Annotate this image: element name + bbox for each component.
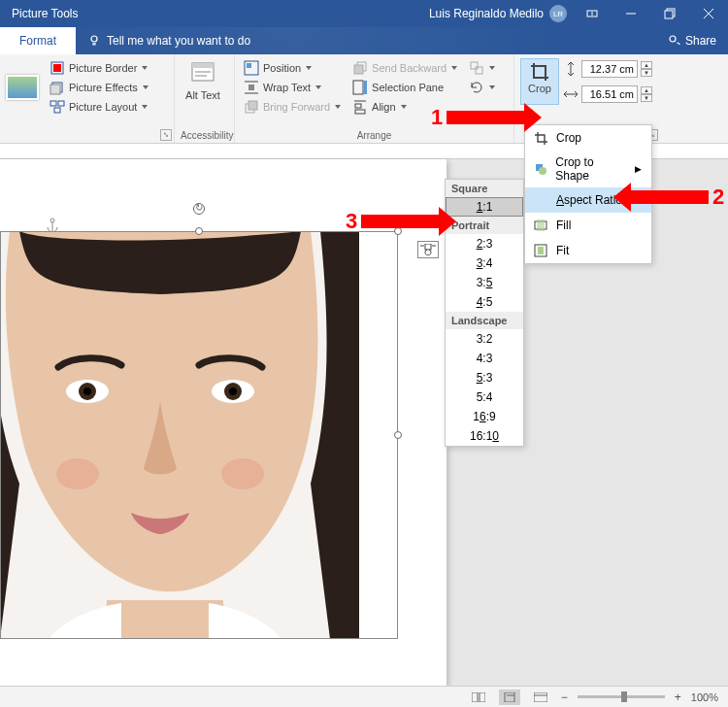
alt-text-button[interactable]: Alt Text [181, 58, 225, 101]
avatar[interactable]: LR [549, 5, 567, 22]
picture-border-label: Picture Border [69, 62, 137, 74]
svg-point-54 [229, 387, 237, 395]
bring-forward-icon [244, 99, 259, 115]
svg-rect-34 [476, 67, 482, 74]
minimize-button[interactable] [612, 0, 650, 27]
svg-point-38 [539, 167, 546, 175]
crop-split-button[interactable]: Crop [520, 58, 559, 105]
aspect-5-4[interactable]: 5:4 [446, 387, 523, 407]
aspect-1-1[interactable]: 1:1 [446, 197, 523, 217]
crop-menu-fill[interactable]: Fill [525, 213, 651, 238]
aspect-4-3[interactable]: 4:3 [446, 349, 523, 368]
svg-rect-42 [538, 247, 544, 254]
height-spinner[interactable]: ▲▼ [641, 61, 652, 77]
group-button [466, 58, 498, 78]
crop-menu-aspect-label: Aspect Ratio [556, 193, 622, 207]
web-layout-button[interactable] [530, 690, 551, 705]
tell-me-search[interactable]: Tell me what you want to do [76, 27, 262, 54]
zoom-out-button[interactable]: − [561, 690, 568, 704]
height-field[interactable]: ▲▼ [563, 58, 652, 80]
svg-rect-29 [364, 81, 367, 94]
share-button[interactable]: Share [656, 27, 728, 54]
svg-rect-12 [50, 101, 56, 106]
width-spinner[interactable]: ▲▼ [641, 86, 652, 102]
crop-menu-fill-label: Fill [556, 219, 571, 232]
aspect-5-3[interactable]: 5:3 [446, 368, 523, 387]
picture-styles-launcher[interactable]: ⤡ [160, 129, 172, 141]
picture-style-thumb[interactable] [6, 75, 39, 100]
group-arrange-label: Arrange [241, 128, 508, 143]
submenu-arrow-icon: ▶ [635, 164, 642, 174]
wrap-text-label: Wrap Text [263, 82, 311, 93]
crop-menu-shape[interactable]: Crop to Shape▶ [525, 151, 651, 187]
annotation-1: 1 [431, 105, 524, 130]
svg-point-43 [50, 219, 54, 222]
width-icon [563, 86, 579, 102]
selected-image[interactable] [0, 231, 359, 639]
crop-label: Crop [528, 83, 551, 94]
aspect-2-3[interactable]: 2:3 [446, 234, 523, 253]
layout-options-button[interactable] [417, 241, 439, 258]
aspect-portrait-header: Portrait [446, 217, 523, 234]
alt-text-label: Alt Text [185, 89, 220, 101]
width-field[interactable]: ▲▼ [563, 84, 652, 105]
svg-rect-57 [472, 692, 478, 702]
tab-format[interactable]: Format [0, 27, 76, 54]
aspect-3-5[interactable]: 3:5 [446, 273, 523, 292]
svg-point-7 [670, 36, 676, 42]
lightbulb-icon [87, 34, 101, 48]
zoom-in-button[interactable]: + [675, 690, 681, 704]
layout-icon [50, 99, 65, 115]
svg-rect-33 [471, 62, 478, 69]
selection-pane-button[interactable]: Selection Pane [349, 78, 460, 97]
print-layout-button[interactable] [499, 690, 520, 705]
aspect-16-10[interactable]: 16:10 [446, 426, 523, 446]
picture-layout-button[interactable]: Picture Layout [47, 97, 151, 117]
rotate-button[interactable] [466, 78, 498, 97]
svg-rect-32 [355, 110, 365, 114]
svg-point-56 [221, 458, 264, 489]
picture-effects-label: Picture Effects [69, 82, 138, 93]
aspect-3-2[interactable]: 3:2 [446, 329, 523, 349]
status-bar: − + 100% [0, 686, 728, 707]
zoom-level[interactable]: 100% [691, 691, 718, 703]
svg-rect-11 [50, 84, 60, 94]
picture-tools-label: Picture Tools [0, 0, 89, 27]
position-button[interactable]: Position [241, 58, 344, 78]
picture-border-button[interactable]: Picture Border [47, 58, 151, 78]
aspect-landscape-header: Landscape [446, 312, 523, 329]
svg-rect-25 [248, 101, 257, 110]
crop-menu-fit-label: Fit [556, 244, 569, 257]
zoom-slider[interactable] [578, 695, 665, 698]
wrap-text-button[interactable]: Wrap Text [241, 78, 344, 97]
ribbon-display-button[interactable] [573, 0, 612, 27]
height-input[interactable] [581, 60, 638, 78]
send-backward-label: Send Backward [372, 62, 447, 74]
crop-menu-crop[interactable]: Crop [525, 125, 651, 151]
send-backward-icon [352, 60, 368, 76]
aspect-16-9[interactable]: 16:9 [446, 407, 523, 426]
shape-icon [533, 161, 547, 177]
arrow-right-icon [447, 111, 524, 124]
read-mode-button[interactable] [468, 690, 489, 705]
aspect-square-header: Square [446, 180, 523, 197]
svg-rect-0 [587, 11, 597, 17]
crop-menu-fit[interactable]: Fit [525, 238, 651, 263]
svg-rect-61 [534, 692, 547, 702]
svg-rect-21 [248, 84, 254, 90]
tell-me-label: Tell me what you want to do [107, 34, 250, 48]
svg-point-55 [56, 458, 99, 489]
svg-rect-58 [480, 692, 485, 702]
restore-button[interactable] [650, 0, 689, 27]
aspect-4-5[interactable]: 4:5 [446, 292, 523, 312]
picture-layout-label: Picture Layout [69, 101, 137, 113]
arrow-right-icon [361, 215, 439, 228]
width-input[interactable] [581, 85, 638, 103]
aspect-3-4[interactable]: 3:4 [446, 253, 523, 273]
svg-rect-20 [247, 63, 251, 68]
group-icon [469, 60, 484, 76]
group-accessibility-label: Accessibility [181, 128, 228, 143]
picture-effects-button[interactable]: Picture Effects [47, 78, 151, 97]
position-label: Position [263, 62, 301, 74]
close-button[interactable] [689, 0, 728, 27]
